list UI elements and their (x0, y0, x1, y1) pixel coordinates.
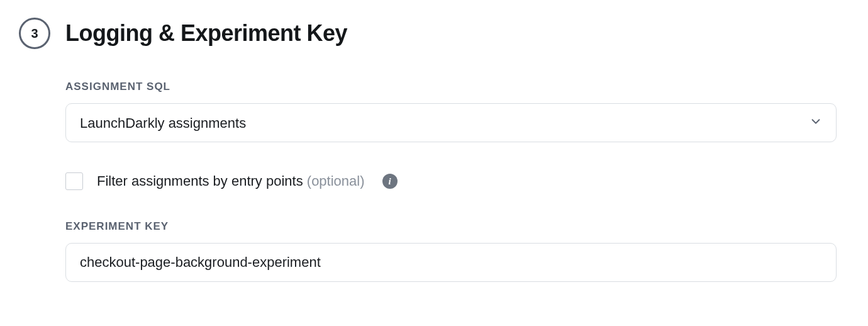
section-header: 3 Logging & Experiment Key (19, 18, 849, 49)
step-number-badge: 3 (19, 18, 50, 49)
form-area: ASSIGNMENT SQL LaunchDarkly assignments … (19, 81, 837, 282)
assignment-sql-select[interactable]: LaunchDarkly assignments (65, 103, 837, 142)
assignment-sql-label: ASSIGNMENT SQL (65, 81, 837, 93)
filter-checkbox-row: Filter assignments by entry points (opti… (65, 172, 837, 190)
assignment-sql-select-wrapper: LaunchDarkly assignments (65, 103, 837, 142)
experiment-key-label: EXPERIMENT KEY (65, 220, 837, 233)
info-icon[interactable]: i (382, 174, 398, 189)
filter-optional-text: (optional) (307, 173, 365, 189)
filter-checkbox-label: Filter assignments by entry points (opti… (97, 173, 365, 189)
filter-label-text: Filter assignments by entry points (97, 173, 307, 189)
step-number: 3 (31, 26, 38, 41)
section-title: Logging & Experiment Key (65, 20, 347, 47)
filter-checkbox[interactable] (65, 172, 83, 190)
experiment-key-input[interactable] (65, 243, 837, 282)
